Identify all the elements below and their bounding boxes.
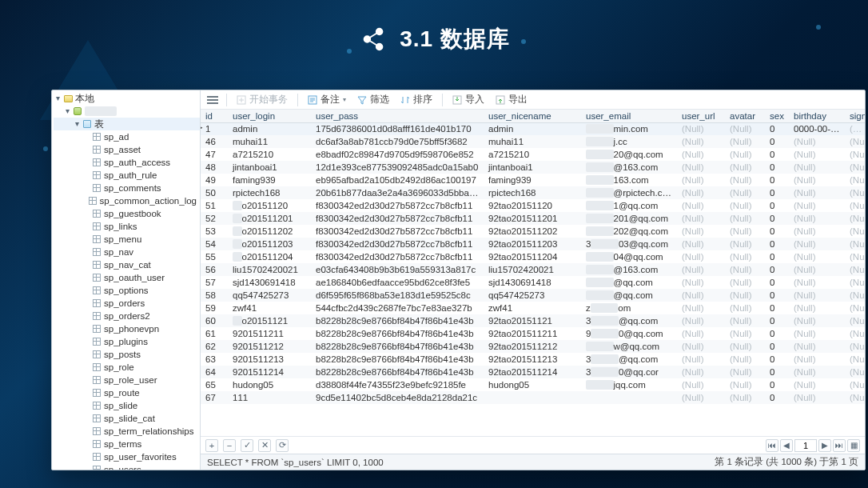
tree-table-sp_ad[interactable]: sp_ad [54,130,200,143]
delete-row-button[interactable]: − [223,439,236,452]
cell[interactable]: (Null) [789,353,845,366]
cell[interactable]: (Null) [677,212,725,225]
cell[interactable]: zwf41 [484,302,581,314]
cell[interactable]: a7215210 [228,148,311,161]
next-page-button[interactable]: ▶ [818,439,831,452]
cell[interactable]: (Null) [677,366,725,378]
cell[interactable]: (Null) [677,276,725,289]
cell[interactable]: xxxxxx20@qq.com [581,148,677,161]
cell[interactable]: (Null) [677,391,725,404]
cell[interactable]: 63 [201,353,228,366]
cell[interactable]: (Nu [845,186,865,199]
cell[interactable]: 9xxxxxx0@qq.com [581,327,677,340]
cell[interactable]: 0 [765,366,789,378]
tree-table-sp_orders[interactable]: sp_orders [54,297,200,310]
cell[interactable]: xxo201511202 [228,225,311,238]
tree-table-sp_auth_access[interactable]: sp_auth_access [54,156,200,169]
cell[interactable]: 0 [765,161,789,174]
cell[interactable]: 65 [201,378,228,391]
cell[interactable]: xxo20151121 [228,314,311,327]
tree-table-sp_oauth_user[interactable]: sp_oauth_user [54,271,200,284]
memo-button[interactable]: 备注 ▾ [305,93,349,106]
cell[interactable]: 0 [765,225,789,238]
cell[interactable]: e03cfa643408b9b3b619a559313a817c [311,263,484,276]
cell[interactable]: (Null) [789,263,845,276]
cell[interactable]: xxo201511201 [228,212,311,225]
cell[interactable]: 56 [201,263,228,276]
table-row[interactable]: 58qq547425273d6f595f65f868ba53e183d1e595… [201,289,865,302]
cell[interactable]: (Nu [845,174,865,186]
cell[interactable]: xxxxxxj.cc [581,135,677,148]
cell[interactable]: 53 [201,225,228,238]
column-header-avatar[interactable]: avatar [725,110,765,122]
cell[interactable]: 92tao201511211 [484,327,581,340]
cell[interactable]: (Null) [677,340,725,353]
begin-transaction-button[interactable]: 开始事务 [233,93,291,106]
cell[interactable]: f8300342ed2d30d27b5872cc7b8cfb11 [311,225,484,238]
cell[interactable]: xxxxxx@qq.com [581,289,677,302]
cell[interactable]: admin [228,122,311,135]
cell[interactable]: faming939 [228,174,311,186]
cell[interactable]: 0 [765,263,789,276]
cell[interactable]: b8228b28c9e8766bf84b47f86b41e43b [311,353,484,366]
tree-table-sp_role[interactable]: sp_role [54,361,200,374]
cell[interactable]: xxxxxxjqq.com [581,378,677,391]
cell[interactable]: 59 [201,302,228,314]
cell[interactable]: 50 [201,186,228,199]
cell[interactable]: (Nu [845,289,865,302]
cell[interactable]: (Null) [789,340,845,353]
refresh-button[interactable]: ⟳ [276,439,289,452]
cell[interactable]: sjd1430691418 [228,276,311,289]
cell[interactable]: (Nu [845,263,865,276]
column-header-birthday[interactable]: birthday [789,110,845,122]
tree-table-sp_plugins[interactable]: sp_plugins [54,335,200,348]
cell[interactable]: 92tao201511202 [484,225,581,238]
cell[interactable]: 3xxxxxx03@qq.com [581,238,677,250]
cell[interactable]: (Null) [725,263,765,276]
cell[interactable]: (Null) [789,378,845,391]
cell[interactable]: (Nu [845,212,865,225]
column-header-user_pass[interactable]: user_pass [311,110,484,122]
cell[interactable]: (Nu [845,148,865,161]
table-row[interactable]: 48jintanboai112d1e393ce877539092485adc0a… [201,161,865,174]
cell[interactable]: qq547425273 [228,289,311,302]
table-row[interactable]: 639201511213b8228b28c9e8766bf84b47f86b41… [201,353,865,366]
cell[interactable]: 46 [201,135,228,148]
tree-table-sp_common_action_log[interactable]: sp_common_action_log [54,194,200,207]
cell[interactable]: 9201511213 [228,353,311,366]
cell[interactable]: (Null) [677,289,725,302]
cell[interactable]: 175d67386001d0d8afff161de401b170 [311,122,484,135]
cell[interactable]: 0 [765,340,789,353]
cell[interactable]: (Null) [725,148,765,161]
column-header-sign[interactable]: sign [845,110,865,122]
cell[interactable]: (Null) [789,327,845,340]
cell[interactable]: (Null) [725,340,765,353]
cell[interactable]: 0 [765,186,789,199]
cell[interactable]: f8300342ed2d30d27b5872cc7b8cfb11 [311,238,484,250]
cell[interactable]: b8228b28c9e8766bf84b47f86b41e43b [311,327,484,340]
cell[interactable]: 92tao201511201 [484,212,581,225]
cell[interactable]: (Null) [677,122,725,135]
cell[interactable]: b8228b28c9e8766bf84b47f86b41e43b [311,314,484,327]
cell[interactable]: 60 [201,314,228,327]
table-row[interactable]: 52xxo201511201f8300342ed2d30d27b5872cc7b… [201,212,865,225]
cell[interactable]: (Null) [725,161,765,174]
cell[interactable]: (Nu [845,238,865,250]
cell[interactable]: xxxxxx04@qq.com [581,250,677,263]
cell[interactable]: jintanboai1 [484,161,581,174]
cell[interactable]: (Null) [725,199,765,212]
cell[interactable]: 3xxxxxx0@qq.cor [581,366,677,378]
cell[interactable]: xxxxxx1@qq.com [581,199,677,212]
table-row[interactable]: 649201511214b8228b28c9e8766bf84b47f86b41… [201,366,865,378]
cell[interactable]: (Null) [789,174,845,186]
cell[interactable]: 3xxxxxx@qq.com [581,353,677,366]
cell[interactable]: 57 [201,276,228,289]
commit-button[interactable]: ✓ [241,439,253,452]
cell[interactable]: (Nu [845,250,865,263]
cell[interactable]: (Null) [725,212,765,225]
table-row[interactable]: 49faming939eb965afbad2a105db2492d86ac100… [201,174,865,186]
filter-button[interactable]: 筛选 [354,93,392,106]
cell[interactable]: (Null) [725,174,765,186]
cell[interactable]: (Null) [789,238,845,250]
cell[interactable]: xxo201511203 [228,238,311,250]
